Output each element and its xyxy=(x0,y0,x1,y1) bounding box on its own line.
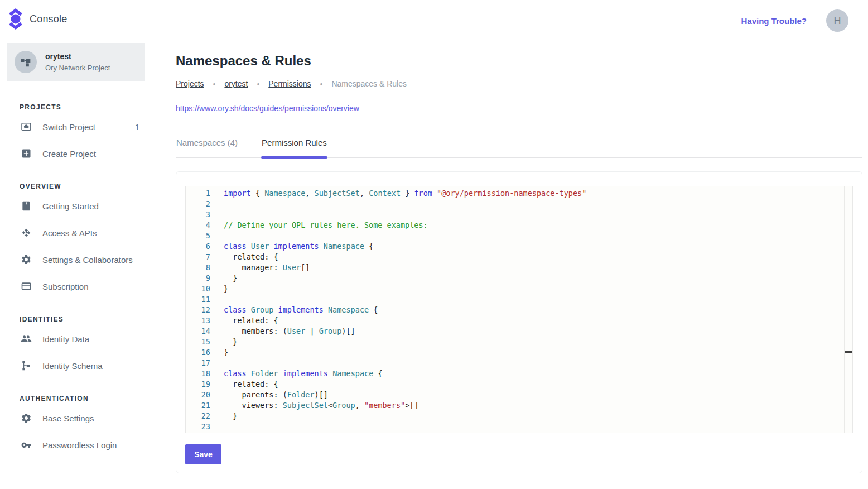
save-button[interactable]: Save xyxy=(185,444,221,464)
indent-guide xyxy=(224,400,233,411)
page-title: Namespaces & Rules xyxy=(176,52,862,69)
user-avatar[interactable]: H xyxy=(826,9,848,32)
code-line: 10} xyxy=(186,284,844,294)
code-line: 21viewers: SubjectSet<Group, "members">[… xyxy=(186,400,844,411)
line-number: 20 xyxy=(186,390,224,400)
having-trouble-link[interactable]: Having Trouble? xyxy=(741,16,807,26)
code-line-text: class Folder implements Namespace { xyxy=(224,368,383,379)
docs-link[interactable]: https://www.ory.sh/docs/guides/permissio… xyxy=(176,104,359,113)
sitemap-icon xyxy=(20,56,31,68)
project-info: orytest Ory Network Project xyxy=(45,52,110,72)
sidebar-item-identity-schema[interactable]: Identity Schema xyxy=(0,352,152,379)
code-line-text: import { Namespace, SubjectSet, Context … xyxy=(224,188,586,199)
indent-guide xyxy=(224,315,233,326)
create-project-icon xyxy=(21,148,32,159)
project-avatar xyxy=(15,51,37,73)
sidebar-item-label: Identity Schema xyxy=(42,361,103,371)
breadcrumb-link[interactable]: orytest xyxy=(224,79,248,88)
code-line: 17 xyxy=(186,358,844,368)
project-type: Ory Network Project xyxy=(45,64,110,72)
indent-guide xyxy=(224,326,233,337)
code-line: 24permits = { xyxy=(186,432,844,433)
subscription-icon xyxy=(21,281,32,292)
project-selector[interactable]: orytest Ory Network Project xyxy=(7,43,145,81)
section-label-projects: PROJECTS xyxy=(0,88,152,113)
settings-icon xyxy=(21,254,32,265)
app-root: Console orytest Ory Network Project PROJ… xyxy=(0,0,868,489)
getting-started-icon xyxy=(21,200,32,212)
line-number: 5 xyxy=(186,231,224,241)
sidebar-item-label: Access & APIs xyxy=(42,228,97,238)
line-number: 2 xyxy=(186,199,224,209)
section-label-authentication: AUTHENTICATION xyxy=(0,379,152,405)
code-line: 18class Folder implements Namespace { xyxy=(186,368,844,379)
sidebar-item-base-settings[interactable]: Base Settings xyxy=(0,405,152,432)
line-number: 22 xyxy=(186,411,224,421)
code-line: 22} xyxy=(186,411,844,421)
ory-logo-icon xyxy=(8,8,23,30)
indent-guide xyxy=(233,326,242,337)
code-line: 5 xyxy=(186,231,844,241)
section-label-identities: IDENTITIES xyxy=(0,300,152,325)
sidebar-item-label: Switch Project xyxy=(42,122,95,132)
editor-scrollbar[interactable] xyxy=(844,186,852,433)
tab-bar: Namespaces (4)Permission Rules xyxy=(176,138,862,158)
code-line: 9} xyxy=(186,273,844,284)
scrollbar-thumb[interactable] xyxy=(845,351,852,353)
breadcrumb-link[interactable]: Projects xyxy=(176,79,204,88)
page-content: Namespaces & Rules Projects●orytest●Perm… xyxy=(152,52,868,473)
sidebar: Console orytest Ory Network Project PROJ… xyxy=(0,0,152,489)
sidebar-item-passwordless-login[interactable]: Passwordless Login xyxy=(0,432,152,458)
tab-namespaces-4[interactable]: Namespaces (4) xyxy=(176,138,238,157)
indent-guide xyxy=(224,273,233,284)
line-number: 24 xyxy=(186,432,224,433)
code-line: 16} xyxy=(186,347,844,358)
sidebar-item-identity-data[interactable]: Identity Data xyxy=(0,325,152,352)
switch-project-icon xyxy=(21,121,32,132)
sidebar-item-subscription[interactable]: Subscription xyxy=(0,273,152,300)
code-line: 1import { Namespace, SubjectSet, Context… xyxy=(186,188,844,199)
tab-permission-rules[interactable]: Permission Rules xyxy=(261,138,327,157)
code-line: 3 xyxy=(186,209,844,220)
code-line: 7related: { xyxy=(186,252,844,262)
code-line: 6class User implements Namespace { xyxy=(186,241,844,252)
line-number: 15 xyxy=(186,337,224,347)
line-number: 9 xyxy=(186,273,224,284)
sidebar-item-getting-started[interactable]: Getting Started xyxy=(0,193,152,219)
code-line-text: manager: User[] xyxy=(224,262,310,273)
breadcrumb-link[interactable]: Permissions xyxy=(268,79,311,88)
code-line: 19related: { xyxy=(186,379,844,390)
home-logo-link[interactable]: Console xyxy=(0,0,152,36)
sidebar-item-switch-project[interactable]: Switch Project1 xyxy=(0,113,152,140)
console-title: Console xyxy=(30,13,67,25)
line-number: 13 xyxy=(186,315,224,326)
line-number: 3 xyxy=(186,209,224,220)
section-label-overview: OVERVIEW xyxy=(0,167,152,193)
code-line-text: related: { xyxy=(224,379,278,390)
project-name: orytest xyxy=(45,52,110,61)
code-line: 12class Group implements Namespace { xyxy=(186,305,844,315)
line-number: 10 xyxy=(186,284,224,294)
code-line: 4// Define your OPL rules here. Some exa… xyxy=(186,220,844,231)
sidebar-item-create-project[interactable]: Create Project xyxy=(0,140,152,167)
base-settings-icon xyxy=(21,413,32,424)
indent-guide xyxy=(224,421,233,432)
passwordless-icon xyxy=(21,439,32,450)
code-line: 8manager: User[] xyxy=(186,262,844,273)
breadcrumb-current: Namespaces & Rules xyxy=(331,79,407,88)
breadcrumb: Projects●orytest●Permissions●Namespaces … xyxy=(176,79,862,88)
code-line: 15} xyxy=(186,337,844,347)
sidebar-item-label: Base Settings xyxy=(42,414,94,423)
code-line-text: class Group implements Namespace { xyxy=(224,305,378,315)
code-line-text: related: { xyxy=(224,315,278,326)
code-line-text: } xyxy=(224,337,237,347)
identity-schema-icon xyxy=(21,360,32,371)
line-number: 7 xyxy=(186,252,224,262)
sidebar-item-settings-collaborators[interactable]: Settings & Collaborators xyxy=(0,246,152,273)
code-line-text: viewers: SubjectSet<Group, "members">[] xyxy=(224,400,419,411)
opl-code-editor[interactable]: 1import { Namespace, SubjectSet, Context… xyxy=(185,186,853,433)
line-number: 19 xyxy=(186,379,224,390)
sidebar-item-access-apis[interactable]: Access & APIs xyxy=(0,219,152,246)
line-number: 8 xyxy=(186,262,224,273)
line-number: 16 xyxy=(186,347,224,358)
